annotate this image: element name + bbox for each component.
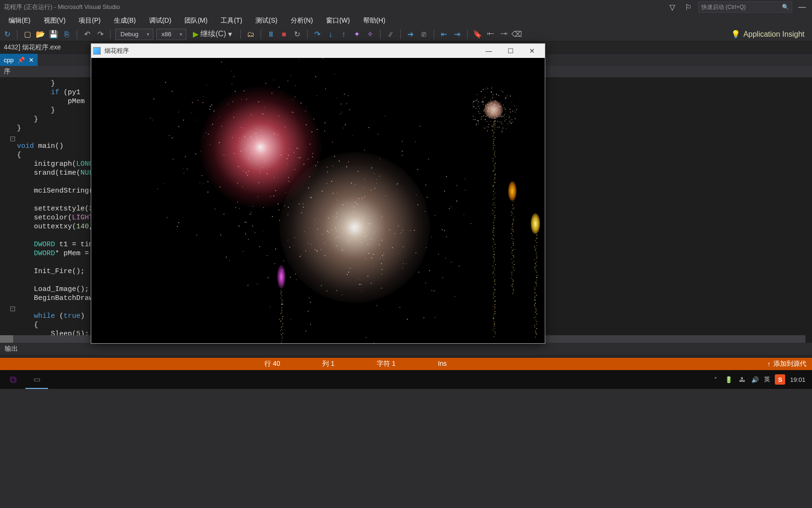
fold-icon[interactable]: − [10,137,15,141]
sparkle [506,119,507,120]
feedback-icon[interactable]: ⚐ [682,1,694,13]
redo-icon[interactable]: ↷ [95,29,105,40]
menu-project[interactable]: 项目(P) [72,15,107,27]
menu-help[interactable]: 帮助(H) [357,15,392,27]
sparkle [322,191,323,192]
sparkle [534,325,535,326]
sparkle [267,255,268,256]
sparkle [511,258,512,259]
sparkle [223,214,224,215]
menu-analyze[interactable]: 分析(N) [284,15,319,27]
battery-icon[interactable]: 🔋 [724,375,733,384]
sparkle [494,259,495,260]
sparkle [494,267,495,268]
restart-icon[interactable]: ↻ [292,29,303,40]
notification-icon[interactable]: ▽ [666,1,678,13]
step3-icon[interactable]: ✧ [365,29,375,40]
stop-icon[interactable]: ■ [279,29,289,40]
sparkle [491,88,492,89]
tab-label: cpp [4,56,14,64]
app-insights[interactable]: 💡 Application Insight [731,30,810,39]
config-combo[interactable]: Debug ▾ [115,29,153,40]
sparkle [431,236,432,237]
sparkle [492,107,493,108]
fold-icon[interactable]: − [10,306,15,311]
indent-icon[interactable]: ⇥ [452,29,462,40]
maximize-button[interactable]: ☐ [500,44,521,58]
sparkle [485,97,486,98]
app-task-icon[interactable]: ▭ [25,370,48,389]
status-char: 字符 1 [377,360,396,368]
menu-edit[interactable]: 编辑(E) [2,15,37,27]
save-icon[interactable]: 💾 [48,29,59,40]
ime-indicator[interactable]: 英 [764,375,770,384]
sparkle [281,310,282,311]
bookmark-prev-icon[interactable]: ⭰ [486,29,496,40]
bookmark-clear-icon[interactable]: ⌫ [512,29,522,40]
step-out-icon[interactable]: ↑ [339,29,349,40]
step2-icon[interactable]: ✦ [352,29,362,40]
sparkle [220,234,221,235]
system-tray: ˄ 🔋 🖧 🔊 英 S 19:01 [711,374,810,385]
undo-icon[interactable]: ↶ [82,29,92,40]
sparkle [493,191,494,192]
pin-icon[interactable]: 📌 [17,56,25,64]
step-into-icon[interactable]: ↓ [326,29,336,40]
quicklaunch-input[interactable]: 快速启动 (Ctrl+Q) 🔍 [698,1,792,13]
sparkle [317,229,318,230]
sparkle [350,268,350,269]
snippet-icon[interactable]: ⎚ [419,29,429,40]
platform-combo[interactable]: x86 ▾ [156,29,186,40]
outdent-icon[interactable]: ⇤ [439,29,449,40]
sparkle [451,262,452,263]
menu-build[interactable]: 生成(B) [107,15,143,27]
sparkle [512,279,513,280]
minimize-button[interactable]: — [478,44,500,58]
menu-team[interactable]: 团队(M) [178,15,214,27]
sparkle [494,251,494,252]
step-over-icon[interactable]: ↷ [312,29,323,40]
tray-chevron-icon[interactable]: ˄ [711,375,720,384]
sparkle [359,234,360,235]
sparkle [357,240,358,241]
menu-window[interactable]: 窗口(W) [319,15,357,27]
open-file-icon[interactable]: 📂 [35,29,46,40]
volume-icon[interactable]: 🔊 [751,375,759,384]
output-panel-header[interactable]: 输出 [0,343,812,355]
sparkle [494,290,495,290]
close-button[interactable]: ✕ [521,44,543,58]
network-icon[interactable]: 🖧 [738,375,746,384]
sparkle [492,199,493,200]
sparkle [280,290,281,290]
menu-test[interactable]: 测试(S) [249,15,284,27]
nav-back-icon[interactable]: ↻ [2,29,12,40]
ime-sogou-icon[interactable]: S [775,374,785,385]
pause-icon[interactable]: ⏸ [266,29,276,40]
sparkle [407,319,408,320]
vs-task-icon[interactable]: ⧉ [2,370,24,389]
continue-button[interactable]: ▶ 继续(C) ▾ [189,29,235,40]
menu-view[interactable]: 视图(V) [37,15,72,27]
sparkle [476,100,477,101]
bookmark-next-icon[interactable]: ⭲ [499,29,509,40]
minimize-button[interactable]: — [796,1,808,13]
sparkle [316,95,317,96]
new-file-icon[interactable]: ▢ [22,29,32,40]
menu-debug[interactable]: 调试(D) [143,15,178,27]
menu-tools[interactable]: 工具(T) [214,15,249,27]
break-all-icon[interactable]: 🗂 [246,29,256,40]
sparkle [445,258,446,258]
fireworks-titlebar[interactable]: 烟花程序 — ☐ ✕ [91,44,545,58]
sparkle [481,116,482,117]
sparkle [449,208,450,209]
intellisense-icon[interactable]: ➔ [406,29,416,40]
close-icon[interactable]: ✕ [29,56,34,64]
status-source[interactable]: 添加到源代 [773,360,806,368]
sparkle [298,148,299,149]
comment-icon[interactable]: ⫽ [385,29,396,40]
bookmark-icon[interactable]: 🔖 [472,29,483,40]
editor-tab[interactable]: cpp 📌 ✕ [0,54,38,66]
save-all-icon[interactable]: ⎘ [62,29,72,40]
clock[interactable]: 19:01 [790,376,805,383]
scroll-thumb[interactable] [0,335,13,343]
